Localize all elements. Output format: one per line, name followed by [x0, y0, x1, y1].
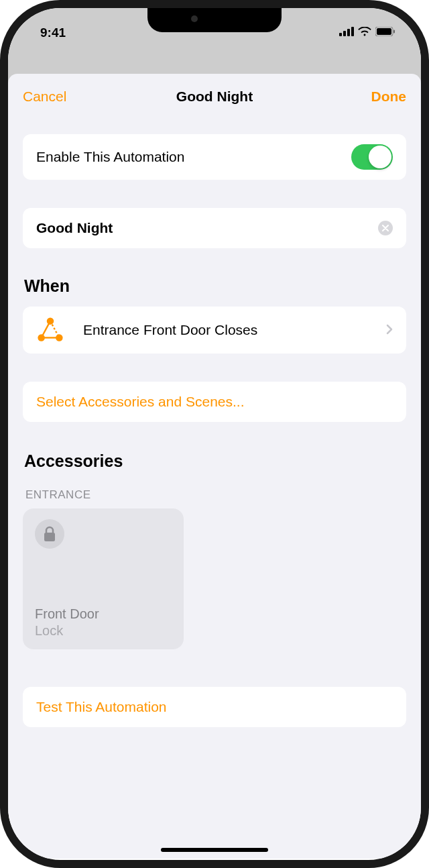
lock-icon: [35, 519, 64, 549]
clear-name-button[interactable]: [378, 221, 393, 235]
svg-rect-1: [343, 31, 346, 36]
trigger-icon: [36, 316, 64, 344]
trigger-label: Entrance Front Door Closes: [83, 322, 367, 338]
svg-rect-6: [393, 30, 395, 34]
test-automation-button[interactable]: Test This Automation: [23, 687, 406, 727]
page-title: Good Night: [176, 89, 253, 105]
accessory-name: Front Door: [35, 606, 172, 622]
signal-icon: [339, 27, 354, 39]
select-accessories-button[interactable]: Select Accessories and Scenes...: [23, 382, 406, 422]
svg-rect-5: [377, 28, 391, 35]
accessory-status: Lock: [35, 623, 172, 639]
when-header: When: [23, 276, 406, 296]
svg-point-7: [47, 317, 54, 325]
accessories-header: Accessories: [23, 451, 406, 471]
wifi-icon: [358, 27, 371, 39]
svg-rect-3: [351, 27, 354, 36]
modal-sheet: Cancel Good Night Done Enable This Autom…: [8, 74, 421, 859]
name-card: Good Night: [23, 208, 406, 248]
notch: [147, 8, 282, 32]
cancel-button[interactable]: Cancel: [23, 89, 66, 105]
enable-automation-toggle[interactable]: [351, 144, 393, 170]
svg-rect-13: [44, 533, 55, 541]
accessory-group-label: ENTRANCE: [23, 488, 406, 502]
enable-automation-label: Enable This Automation: [36, 149, 184, 165]
phone-frame: 9:41 Cancel Good Night Done: [0, 0, 429, 868]
enable-card: Enable This Automation: [23, 134, 406, 180]
svg-line-10: [42, 321, 50, 338]
svg-rect-0: [339, 33, 342, 36]
svg-rect-2: [347, 29, 350, 36]
when-card: Entrance Front Door Closes: [23, 307, 406, 354]
status-time: 9:41: [40, 25, 66, 40]
trigger-row[interactable]: Entrance Front Door Closes: [23, 307, 406, 354]
home-indicator[interactable]: [161, 848, 268, 852]
chevron-right-icon: [386, 323, 393, 338]
nav-bar: Cancel Good Night Done: [8, 74, 421, 118]
done-button[interactable]: Done: [371, 89, 407, 105]
battery-icon: [375, 27, 395, 39]
automation-name-input[interactable]: Good Night: [36, 220, 113, 236]
accessory-tile-front-door[interactable]: Front Door Lock: [23, 508, 184, 649]
select-accessories-card: Select Accessories and Scenes...: [23, 382, 406, 422]
